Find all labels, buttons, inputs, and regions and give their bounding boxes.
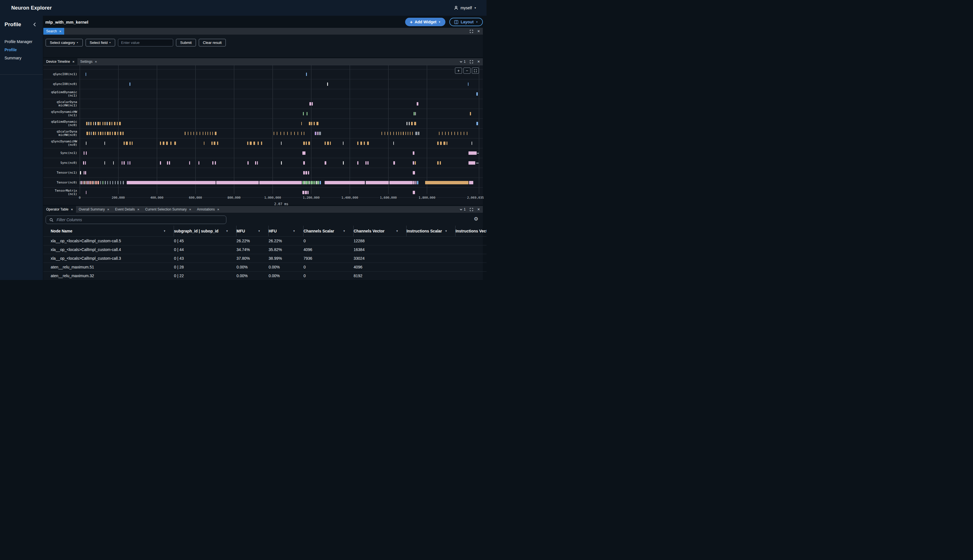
timeline-event[interactable]	[215, 161, 216, 165]
timeline-event[interactable]	[91, 132, 92, 135]
timeline-event[interactable]	[81, 181, 82, 184]
select-category-button[interactable]: Select category ▼	[46, 39, 83, 47]
timeline-event[interactable]	[88, 122, 89, 125]
timeline-event[interactable]	[360, 142, 362, 145]
timeline-event[interactable]	[110, 132, 110, 135]
timeline-event[interactable]	[102, 181, 103, 184]
timeline-event[interactable]	[476, 163, 479, 163]
timeline-event[interactable]	[325, 181, 365, 184]
timeline-event[interactable]	[306, 73, 307, 76]
timeline-event[interactable]	[102, 122, 103, 125]
timeline-event[interactable]	[447, 142, 447, 145]
timeline-event[interactable]	[308, 142, 310, 145]
timeline-event[interactable]	[105, 181, 105, 184]
sort-caret-icon[interactable]: ▼	[163, 229, 166, 233]
timeline-event[interactable]	[309, 181, 310, 184]
timeline-event[interactable]	[83, 161, 84, 165]
timeline-event[interactable]	[212, 142, 212, 145]
timeline-event[interactable]	[476, 122, 478, 125]
timeline-event[interactable]	[408, 132, 408, 135]
timeline-event[interactable]	[280, 132, 281, 135]
tab-close-icon[interactable]: ✕	[59, 30, 62, 33]
timeline-event[interactable]	[461, 132, 461, 135]
timeline-event[interactable]	[86, 191, 87, 194]
timeline-event[interactable]	[415, 112, 416, 115]
column-header-channels-scalar[interactable]: Channels Scalar ▼	[304, 226, 354, 237]
timeline-event[interactable]	[305, 171, 307, 175]
timeline-event[interactable]	[98, 132, 99, 135]
timeline-event[interactable]	[92, 181, 93, 184]
sidebar-item-profile-manager[interactable]: Profile Manager	[5, 38, 42, 46]
timeline-event[interactable]	[310, 181, 312, 184]
timeline-event[interactable]	[212, 132, 213, 135]
timeline-event[interactable]	[124, 142, 125, 145]
timeline-event[interactable]	[170, 142, 172, 145]
timeline-event[interactable]	[203, 132, 203, 135]
timeline-event[interactable]	[97, 122, 99, 125]
timeline-event[interactable]	[308, 171, 309, 175]
timeline-event[interactable]	[412, 132, 413, 135]
timeline-event[interactable]	[302, 191, 304, 194]
timeline-event[interactable]	[468, 82, 469, 86]
timeline-event[interactable]	[174, 142, 176, 145]
timeline-event[interactable]	[95, 122, 96, 125]
timeline-event[interactable]	[316, 181, 317, 184]
timeline-event[interactable]	[303, 112, 304, 115]
timeline-event[interactable]	[311, 122, 312, 125]
timeline-event[interactable]	[117, 181, 118, 184]
timeline-event[interactable]	[160, 142, 161, 145]
table-row[interactable]: xla__op_<locals>CallImpl_custom-call.50 …	[43, 237, 486, 245]
timeline-event[interactable]	[259, 181, 302, 184]
timeline-event[interactable]	[314, 181, 315, 184]
zoom-out-button[interactable]: −	[463, 68, 471, 74]
timeline-event[interactable]	[104, 122, 106, 125]
timeline-event[interactable]	[303, 171, 305, 175]
timeline-event[interactable]	[214, 142, 215, 145]
timeline-event[interactable]	[112, 122, 112, 125]
timeline-event[interactable]	[305, 191, 307, 194]
timeline-event[interactable]	[95, 181, 97, 184]
tab-event-details[interactable]: Event Details ✕	[112, 206, 142, 213]
timeline-event[interactable]	[315, 132, 317, 135]
timeline-event[interactable]	[185, 132, 185, 135]
timeline-event[interactable]	[307, 112, 307, 115]
timeline-event[interactable]	[169, 161, 170, 165]
timeline-event[interactable]	[385, 132, 385, 135]
timeline-event[interactable]	[413, 181, 414, 184]
timeline-event[interactable]	[277, 132, 277, 135]
sort-caret-icon[interactable]: ▼	[343, 229, 345, 233]
timeline-event[interactable]	[444, 142, 445, 145]
timeline-event[interactable]	[304, 181, 305, 184]
column-header-instructions-scalar[interactable]: Instructions Scalar ▼	[407, 226, 456, 237]
timeline-event[interactable]	[85, 181, 87, 184]
timeline-event[interactable]	[119, 122, 120, 125]
timeline-event[interactable]	[317, 122, 318, 125]
search-value-input[interactable]	[118, 39, 173, 47]
timeline-event[interactable]	[367, 161, 368, 165]
timeline-event[interactable]	[477, 153, 479, 153]
timeline-event[interactable]	[100, 122, 100, 125]
timeline-event[interactable]	[247, 142, 248, 145]
table-row[interactable]: xla__op_<locals>CallImpl_custom-call.40 …	[43, 245, 486, 254]
timeline-event[interactable]	[393, 142, 394, 145]
tab-close-icon[interactable]: ✕	[137, 208, 139, 211]
timeline-event[interactable]	[100, 132, 101, 135]
timeline-event[interactable]	[124, 161, 125, 165]
timeline-event[interactable]	[317, 132, 319, 135]
expand-widget-icon[interactable]	[470, 208, 473, 211]
timeline-event[interactable]	[382, 132, 382, 135]
timeline-event[interactable]	[97, 181, 99, 184]
timeline-event[interactable]	[89, 181, 91, 184]
timeline-event[interactable]	[215, 132, 217, 135]
fit-view-button[interactable]	[472, 68, 479, 74]
timeline-event[interactable]	[287, 132, 288, 135]
timeline-event[interactable]	[448, 132, 449, 135]
timeline-event[interactable]	[114, 132, 116, 135]
timeline-event[interactable]	[89, 132, 90, 135]
timeline-event[interactable]	[188, 132, 189, 135]
timeline-event[interactable]	[199, 161, 199, 165]
timeline-event[interactable]	[403, 132, 404, 135]
timeline-event[interactable]	[301, 132, 302, 135]
timeline-event[interactable]	[413, 152, 414, 155]
timeline-event[interactable]	[366, 181, 389, 184]
